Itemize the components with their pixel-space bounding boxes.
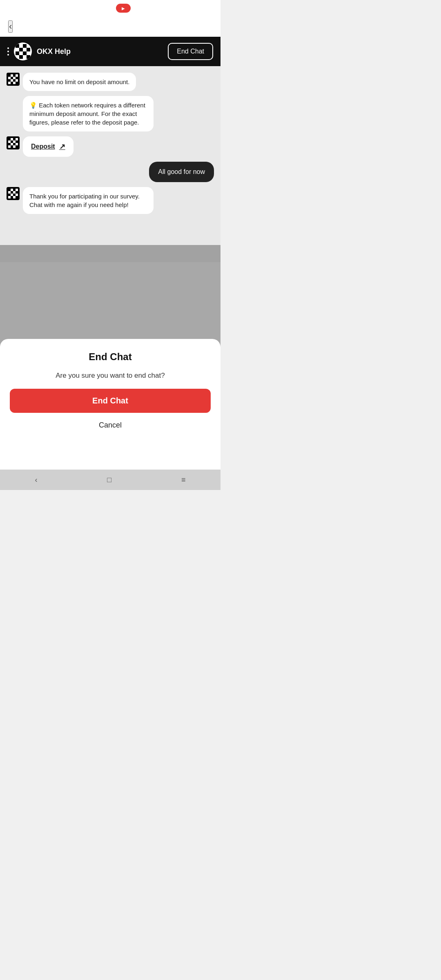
recording-badge-icon <box>116 4 131 13</box>
bot-message-bubble: You have no limit on deposit amount. <box>23 73 136 91</box>
checkerboard-pattern <box>16 44 30 59</box>
message-row: 💡 Each token network requires a differen… <box>7 96 214 131</box>
bot-avatar <box>7 136 20 149</box>
back-button[interactable]: ‹ <box>8 20 13 33</box>
message-row: Thank you for participating in our surve… <box>7 187 214 214</box>
deposit-link-text: Deposit <box>31 143 55 150</box>
nav-home-button[interactable]: □ <box>107 476 111 484</box>
deposit-arrow-icon: ↗ <box>59 142 65 151</box>
confirm-end-chat-button[interactable]: End Chat <box>10 389 211 413</box>
bottom-nav: ‹ □ ≡ <box>0 470 220 490</box>
deposit-link-bubble[interactable]: Deposit ↗ <box>23 136 74 157</box>
status-bar <box>0 0 220 16</box>
message-row: You have no limit on deposit amount. <box>7 73 214 91</box>
bot-message-bubble: 💡 Each token network requires a differen… <box>23 96 154 131</box>
message-row: All good for now <box>7 162 214 182</box>
header-title: OKX Help <box>37 47 71 56</box>
cancel-end-chat-button[interactable]: Cancel <box>99 421 122 430</box>
bot-message-bubble: Thank you for participating in our surve… <box>23 187 154 214</box>
chat-header: OKX Help End Chat <box>0 37 220 66</box>
back-row: ‹ <box>0 16 220 37</box>
end-chat-header-button[interactable]: End Chat <box>168 43 213 60</box>
user-message-bubble: All good for now <box>149 162 214 182</box>
message-row: Deposit ↗ <box>7 136 214 157</box>
end-chat-bottom-sheet: End Chat Are you sure you want to end ch… <box>0 339 220 470</box>
menu-dots-icon[interactable] <box>7 47 9 56</box>
bot-avatar <box>7 187 20 200</box>
chat-area: You have no limit on deposit amount. 💡 E… <box>0 66 220 262</box>
header-left: OKX Help <box>7 42 71 60</box>
bot-avatar <box>7 73 20 86</box>
nav-back-button[interactable]: ‹ <box>35 476 37 484</box>
okx-logo-icon <box>14 42 32 60</box>
nav-menu-button[interactable]: ≡ <box>181 476 186 484</box>
bottom-sheet-title: End Chat <box>89 351 131 363</box>
bottom-sheet-subtitle: Are you sure you want to end chat? <box>56 371 165 381</box>
